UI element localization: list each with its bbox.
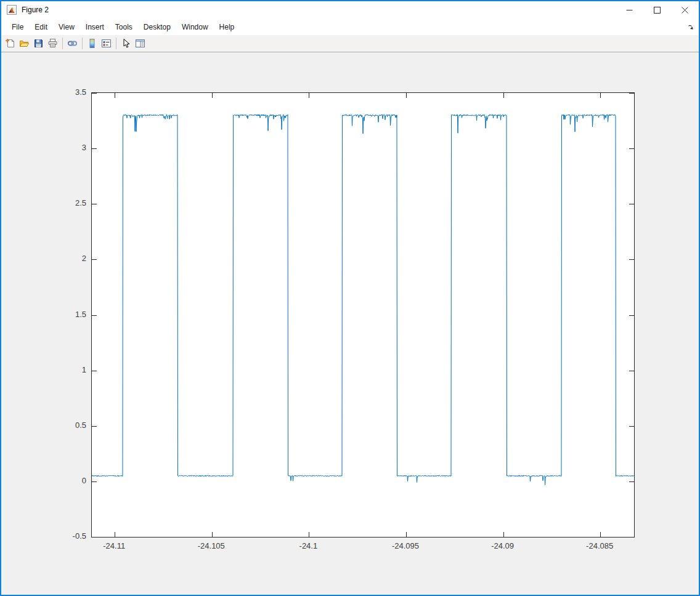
menu-bar: File Edit View Insert Tools Desktop Wind… [1, 18, 699, 35]
printer-icon [47, 38, 58, 49]
save-floppy-icon [33, 38, 44, 49]
y-tick-label: 0.5 [47, 421, 86, 430]
x-tick-label: -24.105 [184, 541, 239, 550]
open-file-button[interactable] [17, 36, 31, 50]
minimize-icon [626, 7, 633, 14]
y-tick-label: 2.5 [47, 198, 86, 207]
menu-edit[interactable]: Edit [29, 20, 53, 34]
y-tick-label: 1.5 [47, 310, 86, 319]
toolbar-separator [62, 38, 63, 49]
square-wave-plot [92, 93, 634, 537]
y-tick-label: -0.5 [47, 531, 86, 541]
insert-legend-button[interactable] [99, 36, 113, 50]
x-tick-label: -24.09 [475, 541, 531, 550]
matlab-app-icon [7, 5, 17, 15]
plot-axes [91, 92, 635, 538]
new-document-icon [5, 38, 15, 49]
link-plot-button[interactable] [65, 36, 79, 50]
y-tick-label: 2 [47, 254, 86, 263]
signal-waveform [92, 115, 634, 485]
figure-canvas: -24.11-24.105-24.1-24.095-24.09-24.085-0… [1, 52, 699, 595]
y-tick-label: 0 [47, 476, 86, 485]
close-icon [682, 7, 688, 14]
property-inspector-button[interactable] [133, 36, 147, 50]
toolbar-separator [116, 38, 116, 49]
save-figure-button[interactable] [31, 36, 46, 50]
axis-ticks [92, 93, 634, 537]
window-title: Figure 2 [22, 6, 49, 14]
inspector-window-icon [135, 38, 145, 49]
cursor-arrow-icon [121, 38, 131, 49]
insert-colorbar-button[interactable] [85, 36, 99, 50]
edit-plot-button[interactable] [119, 36, 133, 50]
x-tick-label: -24.085 [572, 541, 627, 550]
figure-window: Figure 2 File Edit View Insert Tools Des… [0, 0, 700, 596]
x-tick-label: -24.1 [280, 541, 336, 550]
print-figure-button[interactable] [46, 36, 60, 50]
minimize-button[interactable] [616, 1, 643, 18]
figure-toolbar [1, 35, 699, 52]
toolbar-separator [82, 38, 83, 49]
y-tick-label: 3 [47, 143, 86, 152]
maximize-icon [654, 7, 661, 14]
dock-figure-arrow-icon[interactable] [687, 23, 694, 31]
menu-file[interactable]: File [6, 20, 29, 34]
x-tick-label: -24.095 [378, 541, 433, 550]
chain-link-icon [67, 38, 78, 49]
menu-window[interactable]: Window [176, 20, 214, 34]
open-folder-icon [19, 38, 30, 49]
close-button[interactable] [671, 1, 699, 18]
x-tick-label: -24.11 [86, 541, 142, 550]
maximize-button[interactable] [643, 1, 671, 18]
y-tick-label: 3.5 [47, 87, 86, 97]
colorbar-icon [87, 38, 97, 49]
title-bar: Figure 2 [1, 1, 699, 18]
menu-tools[interactable]: Tools [110, 20, 138, 34]
menu-insert[interactable]: Insert [80, 20, 110, 34]
legend-icon [101, 38, 112, 49]
y-tick-label: 1 [47, 365, 86, 374]
menu-view[interactable]: View [53, 20, 80, 34]
new-figure-button[interactable] [3, 36, 17, 50]
menu-help[interactable]: Help [214, 20, 240, 34]
menu-desktop[interactable]: Desktop [138, 20, 176, 34]
